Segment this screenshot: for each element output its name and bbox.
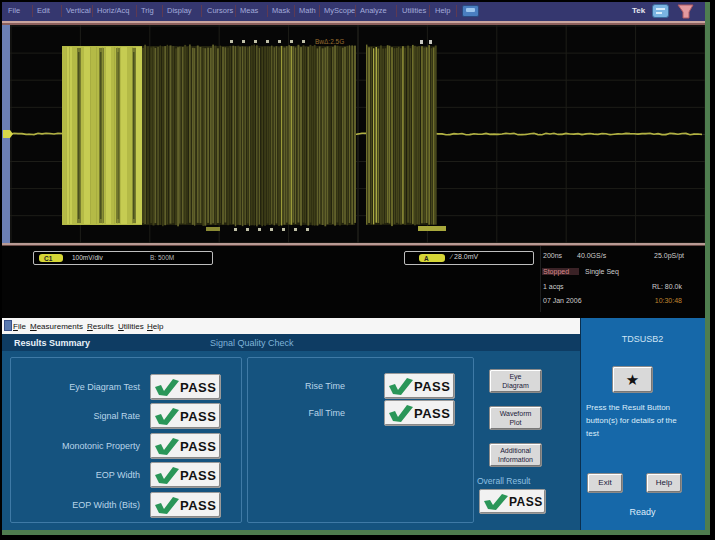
svg-text:PASS: PASS: [180, 468, 216, 483]
svg-text:PASS: PASS: [180, 380, 216, 395]
svg-text:PASS: PASS: [180, 439, 216, 454]
svg-text:BwΔ:2.5G: BwΔ:2.5G: [315, 38, 344, 45]
svg-text:PASS: PASS: [414, 379, 450, 394]
svg-text:PASS: PASS: [509, 495, 543, 509]
svg-text:PASS: PASS: [180, 498, 216, 513]
svg-text:PASS: PASS: [414, 406, 450, 421]
svg-text:PASS: PASS: [180, 409, 216, 424]
